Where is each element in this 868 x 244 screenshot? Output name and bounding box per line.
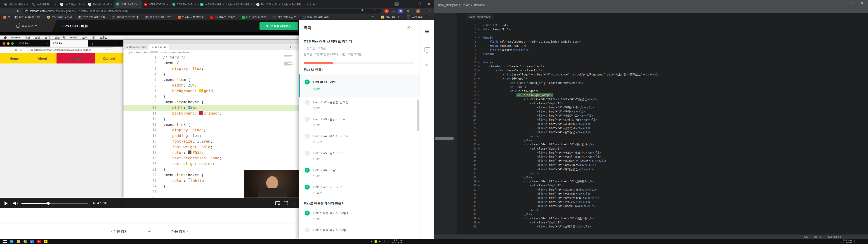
code-line[interactable]: 42 <li><a href="#">문화체험</a></li> — [457, 192, 868, 196]
new-tab-icon[interactable]: + — [92, 41, 94, 45]
brackets-icon[interactable]: [] — [30, 240, 34, 243]
status-item[interactable]: INS — [804, 236, 808, 238]
firefox-address-bar[interactable]: ⓘ file:///Users/jmyoow/Desktop/@lecture/… — [25, 48, 114, 53]
reload-icon[interactable]: ↻ — [15, 48, 17, 52]
code-line[interactable]: 32 <li><a href="#">박물관 상설전시</a></li> — [457, 151, 868, 155]
bookmark-item[interactable]: 자취생을 위한 유용... — [303, 16, 332, 19]
toc-item[interactable]: ✓Flex UI #3 - 불릿 리스트◷4분 — [299, 114, 420, 131]
browser-tab[interactable]: 속초시립박물관✕ — [226, 1, 254, 8]
code-line[interactable]: 6 <meta charset="UTF-8"> — [457, 44, 868, 48]
code-line[interactable]: 2.menu { — [123, 60, 299, 66]
mac-menu-item[interactable]: 편집 — [35, 36, 40, 39]
code-line[interactable]: 36 <li><a href="#">야외공연장</a></li> — [457, 167, 868, 171]
code-line[interactable]: 17▼ <div class="gnb"> — [457, 89, 868, 93]
toc-close-icon[interactable]: ✕ — [407, 25, 410, 30]
kakao-tray-icon[interactable] — [375, 240, 377, 243]
close-icon[interactable]: ✕ — [164, 45, 166, 49]
browser-tab[interactable]: CSS Flex와 Grid✕ — [114, 0, 143, 8]
code-line[interactable]: 14 display: block; — [123, 127, 299, 133]
network-icon[interactable]: ⛗ — [383, 240, 385, 243]
reading-list-button[interactable]: 읽기 목록 — [407, 16, 423, 19]
bookmarks-overflow-icon[interactable]: » — [372, 15, 374, 18]
play-icon[interactable] — [4, 201, 8, 205]
status-item[interactable]: 스페이스 : 4 — [828, 235, 841, 239]
code-line[interactable]: 31▼ <ul class="depth2"> — [457, 147, 868, 151]
toc-item[interactable]: ✓Flex UI #2 - 유연한 검색창◷6분 — [299, 97, 420, 114]
code-line[interactable]: 16 <!--GNB--> — [457, 85, 868, 89]
fold-arrow-icon[interactable]: ▼ — [478, 77, 479, 81]
toc-item[interactable]: ✓Flex UI #1 - 메뉴◷8분 — [299, 74, 420, 97]
player-menu-icon[interactable]: ⋮ — [293, 201, 297, 205]
code-line[interactable]: 25 <li><a href="#">시설현황</a></li> — [457, 122, 868, 126]
code-line[interactable]: 9.menu-item:hover { — [123, 99, 299, 105]
code-line[interactable]: 9 — [457, 56, 868, 60]
code-line[interactable]: 14▼ <nav id="gnb"> — [457, 77, 868, 81]
address-bar[interactable]: inflearn.com/course/css-flex-grid-제대로-익히… — [23, 8, 381, 13]
restore-button[interactable]: ❐ — [851, 1, 854, 4]
code-line[interactable]: 16 font-size: 1.2rem; — [123, 139, 299, 144]
code-line[interactable]: 27 <li><a href="#">숲박물관</a></li> — [457, 130, 868, 134]
code-line[interactable]: 20▼ <ul class="depth2"> — [457, 101, 868, 105]
code-line[interactable]: 48▼ <li class="depth1"><a href="#">자료마당<… — [457, 216, 868, 220]
fold-arrow-icon[interactable]: ▼ — [478, 97, 479, 101]
toc-item[interactable]: ✓Flex UI #4 - 메시지 리스트◷10분 — [299, 131, 420, 148]
mac-menu-item[interactable]: 도구 — [82, 36, 88, 39]
code-line[interactable]: 4} — [123, 71, 299, 77]
browser-tab[interactable]: 이번에야말로 C✕ — [2, 1, 30, 8]
tab-close-icon[interactable]: ✕ — [82, 3, 85, 6]
code-line[interactable]: 12} — [123, 116, 299, 122]
toc-scrollbar[interactable] — [417, 99, 418, 131]
other-bookmarks-button[interactable]: 기타 북마크 — [381, 16, 399, 19]
clock[interactable]: 오후 1:562021-05-05 — [841, 239, 852, 244]
colorpicker-extension-icon[interactable]: ◩ — [398, 9, 403, 13]
code-line[interactable]: 41 <li><a href="#">세시풍속행사</a></li> — [457, 188, 868, 192]
tray-chevron-icon[interactable]: ∧ — [371, 240, 372, 243]
code-line[interactable]: 3 display: flex; — [123, 66, 299, 72]
mac-menu-item[interactable]: 방문기록 — [55, 36, 65, 39]
back-icon[interactable]: ← — [3, 48, 6, 52]
code-line[interactable]: 40▼ <ul class="depth2"> — [457, 183, 868, 187]
notification-icon[interactable] — [854, 240, 857, 243]
bookmark-item[interactable]: 카페별 먹어봐도 좋... — [112, 16, 141, 19]
code-line[interactable]: 1/* menu */ — [123, 55, 299, 60]
code-line[interactable]: 8} — [123, 94, 299, 100]
vscode-tab-css[interactable]: #ui.css✕ — [149, 44, 169, 50]
code-line[interactable]: 15 <h2 class="sound_only location">메인메뉴<… — [457, 81, 868, 85]
code-line[interactable]: 7 background: gold; — [123, 88, 299, 94]
code-line[interactable]: 34 <li><a href="#">발해역사관 상설전시</a></li> — [457, 159, 868, 163]
fold-arrow-icon[interactable]: ▼ — [478, 36, 479, 40]
code-line[interactable]: 28 </ul> — [457, 134, 868, 138]
firefox-tab-active[interactable]: CSS Flex — [51, 40, 88, 47]
fold-arrow-icon[interactable]: ▼ — [478, 89, 479, 93]
code-line[interactable]: 26 <li><a href="#">관람안내</a></li> — [457, 126, 868, 130]
star-icon[interactable]: ☆ — [110, 49, 112, 51]
bookmark-star-icon[interactable]: ☆ — [373, 8, 376, 12]
code-line[interactable]: 5.menu-item { — [123, 77, 299, 83]
bookmark-item[interactable]: 에어프라이어 공략... — [145, 16, 174, 19]
toc-item[interactable]: ✓Flex UI #7 - 카드 리스트◷18분 — [299, 182, 420, 199]
zoom-indicator-icon[interactable]: ⊕ — [361, 8, 364, 12]
browser-tab[interactable]: HTML/CSS 18 -✕ — [143, 1, 170, 8]
mac-menu-item[interactable]: Firefox — [11, 36, 20, 39]
reload-icon[interactable]: ↻ — [16, 9, 20, 13]
shield-icon[interactable]: ⛨ — [106, 49, 108, 51]
code-line[interactable]: 35 <li><a href="#">특별기획전시</a></li> — [457, 163, 868, 167]
chrome-icon[interactable] — [24, 240, 27, 243]
code-line[interactable]: 5 <link rel="stylesheet" href="../css/in… — [457, 40, 868, 44]
code-line[interactable]: 30▼ <li class="depth1"><a href="#">전시안내<… — [457, 142, 868, 146]
fold-arrow-icon[interactable]: ▼ — [478, 65, 479, 69]
menu-kebab-icon[interactable]: ⋮ — [427, 9, 432, 13]
code-line[interactable]: 45 <li><a href="#">이달의 행사</a></li> — [457, 204, 868, 208]
code-line[interactable]: 20 text-align: center; — [123, 161, 299, 167]
kakaotalk-icon[interactable]: K — [44, 240, 48, 243]
code-line[interactable]: 19 text-decoration: none; — [123, 155, 299, 161]
start-button[interactable] — [3, 240, 7, 243]
tab-close-icon[interactable]: ✕ — [54, 3, 57, 6]
edge-icon[interactable] — [10, 240, 13, 243]
toc-list-icon[interactable] — [425, 30, 429, 33]
note-pencil-icon[interactable]: ✎ — [425, 63, 428, 67]
fold-arrow-icon[interactable]: ▼ — [478, 217, 479, 221]
fold-arrow-icon[interactable]: ▼ — [478, 61, 479, 65]
demo-menu-item[interactable]: Contact — [95, 53, 123, 63]
code-line[interactable]: 39▼ <li class="depth1"><a href="#">교육행사<… — [457, 179, 868, 183]
